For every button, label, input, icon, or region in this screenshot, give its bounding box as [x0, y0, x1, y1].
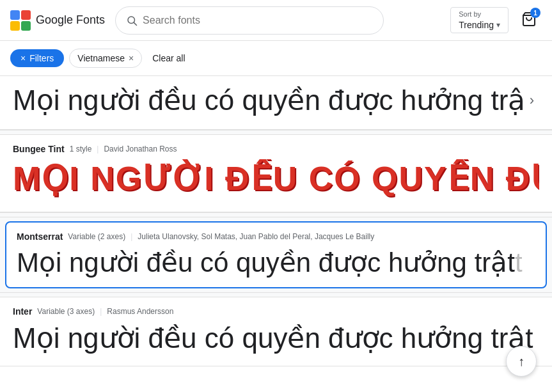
- chevron-down-icon: ▾: [496, 20, 500, 29]
- filters-button[interactable]: × Filters: [10, 49, 64, 67]
- inter-author: Rasmus Andersson: [107, 307, 173, 316]
- font-card-top: Mọi người đều có quyền được hưởng trật t…: [0, 76, 552, 130]
- bungee-tint-author: David Jonathan Ross: [104, 145, 177, 153]
- montserrat-preview: Mọi người đều có quyền được hưởng trậtt: [17, 247, 535, 278]
- sort-button[interactable]: Sort by Trending ▾: [450, 7, 509, 33]
- arrow-up-icon: ↑: [518, 354, 524, 369]
- montserrat-card-wrapper: Montserrat Variable (2 axes) | Julieta U…: [0, 217, 552, 292]
- inter-meta: Inter Variable (3 axes) | Rasmus Anderss…: [13, 306, 539, 317]
- bungee-tint-styles: 1 style: [70, 145, 92, 153]
- sort-label: Sort by: [459, 10, 481, 19]
- section-divider-3: [0, 292, 552, 297]
- bungee-tint-text: MỌI NGƯỜI ĐỀU CÓ QUYỀN ĐƯỢC HƯỞNG: [13, 159, 539, 198]
- montserrat-styles: Variable (2 axes): [68, 232, 125, 241]
- svg-rect-1: [21, 10, 31, 20]
- chip-label: Vietnamese: [77, 53, 125, 63]
- search-input[interactable]: [143, 15, 373, 26]
- chip-close-icon[interactable]: ×: [129, 54, 134, 63]
- svg-line-5: [134, 22, 136, 25]
- bungee-tint-meta: Bungee Tint 1 style | David Jonathan Ros…: [13, 144, 539, 154]
- vietnamese-chip[interactable]: Vietnamese ×: [69, 49, 142, 68]
- montserrat-author: Julieta Ulanovsky, Sol Matas, Juan Pablo…: [138, 232, 374, 241]
- font-card-bungee-tint: Bungee Tint 1 style | David Jonathan Ros…: [0, 135, 552, 212]
- clear-all-button[interactable]: Clear all: [147, 49, 190, 67]
- scroll-up-button[interactable]: ↑: [506, 346, 537, 377]
- bungee-tint-preview: MỌI NGƯỜI ĐỀU CÓ QUYỀN ĐƯỢC HƯỞNG: [13, 159, 539, 200]
- cart-badge: 1: [530, 8, 540, 18]
- inter-preview: Mọi người đều có quyền được hưởng trật t…: [13, 322, 539, 354]
- section-divider-1: [0, 130, 552, 135]
- font-preview-top: Mọi người đều có quyền được hưởng trật t…: [13, 84, 524, 116]
- font-card-montserrat[interactable]: Montserrat Variable (2 axes) | Julieta U…: [5, 221, 547, 288]
- inter-divider: |: [100, 307, 102, 316]
- google-fonts-logo: [10, 10, 31, 31]
- montserrat-divider: |: [130, 232, 132, 241]
- top-card-arrow[interactable]: ›: [524, 90, 539, 111]
- bungee-tint-name: Bungee Tint: [13, 144, 65, 154]
- filter-bar: × Filters Vietnamese × Clear all: [0, 41, 552, 76]
- font-list: Mọi người đều có quyền được hưởng trật t…: [0, 76, 552, 366]
- svg-rect-3: [21, 21, 31, 31]
- search-icon: [126, 15, 138, 26]
- inter-text: Mọi người đều có quyền được hưởng trật t…: [13, 322, 539, 354]
- sort-value: Trending: [459, 20, 494, 30]
- montserrat-meta: Montserrat Variable (2 axes) | Julieta U…: [17, 231, 535, 242]
- inter-name: Inter: [13, 306, 32, 317]
- svg-rect-2: [10, 21, 20, 31]
- inter-styles: Variable (3 axes): [37, 307, 95, 316]
- font-card-inter: Inter Variable (3 axes) | Rasmus Anderss…: [0, 297, 552, 366]
- search-bar[interactable]: [115, 6, 384, 35]
- cart-button[interactable]: 1: [516, 6, 542, 34]
- logo-text: Google Fonts: [36, 13, 105, 27]
- montserrat-text: Mọi người đều có quyền được hưởng trậtt: [17, 247, 535, 278]
- filters-label: Filters: [29, 53, 54, 63]
- logo-area: Google Fonts: [10, 10, 105, 31]
- section-divider-2: [0, 212, 552, 217]
- montserrat-name: Montserrat: [17, 231, 63, 242]
- meta-divider: |: [97, 145, 99, 153]
- header: Google Fonts Sort by Trending ▾ 1: [0, 0, 552, 41]
- sort-row: Trending ▾: [459, 20, 500, 30]
- svg-rect-0: [10, 10, 20, 20]
- filter-x-icon: ×: [20, 53, 26, 63]
- sort-area: Sort by Trending ▾ 1: [450, 6, 542, 34]
